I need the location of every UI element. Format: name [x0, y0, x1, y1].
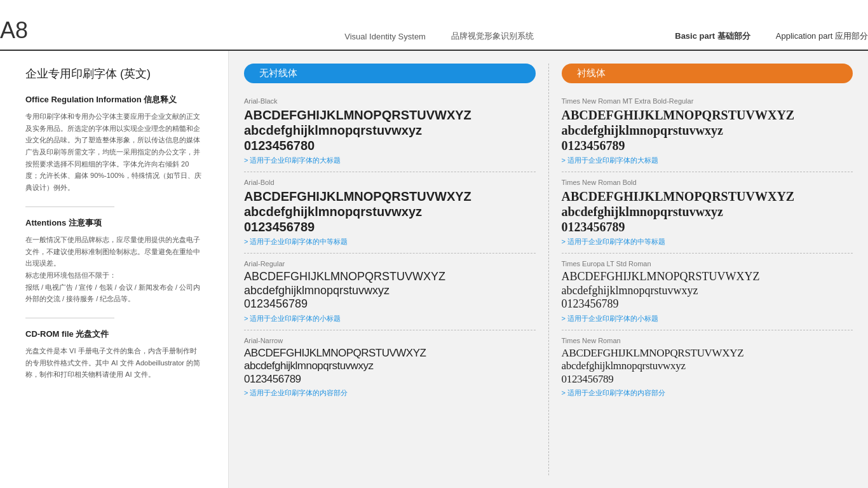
nav-app-en: Application part	[776, 31, 833, 41]
font-display-arial-bold-nums: 0123456789	[244, 219, 536, 234]
sidebar-section-office: Office Regulation Information 信息释义 专用印刷字…	[25, 94, 203, 194]
font-item-times-narrow: Times New Roman ABCDEFGHIJKLMNOPQRSTUVWX…	[562, 330, 853, 404]
office-section-title: Office Regulation Information 信息释义	[25, 94, 203, 105]
sidebar-section-cdrom: CD-ROM file 光盘文件 光盘文件是本 VI 手册电子文件的集合，内含手…	[25, 329, 203, 381]
font-display-arial-regular-nums: 0123456789	[244, 297, 536, 311]
font-item-arial-regular: Arial-Regular ABCDEFGHIJKLMNOPQRSTUVWXYZ…	[244, 253, 536, 330]
font-display-arial-regular-lower: abcdefghijklmnopqrstuvwxyz	[244, 284, 536, 298]
font-display-times-bold-nums: 0123456789	[562, 219, 853, 234]
font-columns: 无衬线体 Arial-Black ABCDEFGHIJKLMNOPQRSTUVW…	[244, 64, 853, 475]
font-name-arial-bold: Arial-Bold	[244, 179, 536, 186]
cdrom-section-text: 光盘文件是本 VI 手册电子文件的集合，内含手册制作时的专用软件格式文件。其中 …	[25, 345, 203, 381]
header: A8 Visual Identity System 品牌视觉形象识别系统 Bas…	[0, 0, 868, 51]
nav-application[interactable]: Application part 应用部分	[776, 30, 868, 42]
header-center: Visual Identity System 品牌视觉形象识别系统	[229, 30, 649, 51]
font-name-times-bold: Times New Roman Bold	[562, 179, 853, 186]
font-desc-arial-regular: 适用于企业印刷字体的小标题	[244, 314, 536, 323]
font-display-times-narrow-upper: ABCDEFGHIJKLMNOPQRSTUVWXYZ	[562, 347, 853, 360]
font-item-arial-narrow: Arial-Narrow ABCDEFGHIJKLMNOPQRSTUVWXYZ …	[244, 330, 536, 404]
font-name-times-narrow: Times New Roman	[562, 337, 853, 344]
content-area: 无衬线体 Arial-Black ABCDEFGHIJKLMNOPQRSTUVW…	[229, 51, 868, 488]
font-display-arial-black-nums: 0123456780	[244, 138, 536, 153]
nav-app-cn: 应用部分	[835, 31, 868, 41]
font-display-times-narrow-nums: 0123456789	[562, 373, 853, 386]
font-name-times-extrabold: Times New Roman MT Extra Bold-Regular	[562, 97, 853, 105]
font-display-arial-regular-upper: ABCDEFGHIJKLMNOPQRSTUVWXYZ	[244, 270, 536, 284]
font-desc-times-extrabold: 适用于企业印刷字体的大标题	[562, 156, 853, 165]
font-col-left: 无衬线体 Arial-Black ABCDEFGHIJKLMNOPQRSTUVW…	[244, 64, 549, 475]
sidebar-divider-2	[25, 318, 114, 318]
font-desc-arial-bold: 适用于企业印刷字体的中等标题	[244, 237, 536, 247]
font-desc-times-narrow: 适用于企业印刷字体的内容部分	[562, 388, 853, 398]
sidebar: 企业专用印刷字体 (英文) Office Regulation Informat…	[0, 51, 229, 488]
sidebar-section-attentions: Attentions 注意事项 在一般情况下使用品牌标志，应尽量使用提供的光盘电…	[25, 217, 203, 305]
pill-sans-serif: 无衬线体	[244, 64, 536, 83]
sidebar-title: 企业专用印刷字体 (英文)	[25, 66, 203, 81]
font-display-times-narrow-lower: abcdefghijklmnopqrstuvwxyz	[562, 360, 853, 372]
font-name-arial-regular: Arial-Regular	[244, 260, 536, 268]
font-display-arial-narrow-upper: ABCDEFGHIJKLMNOPQRSTUVWXYZ	[244, 347, 536, 360]
font-display-arial-narrow-nums: 0123456789	[244, 373, 536, 386]
pill-serif: 衬线体	[562, 64, 853, 83]
font-desc-arial-narrow: 适用于企业印刷字体的内容部分	[244, 388, 536, 398]
font-desc-times-roman: 适用于企业印刷字体的小标题	[562, 314, 853, 323]
font-desc-arial-black: 适用于企业印刷字体的大标题	[244, 156, 536, 165]
font-display-times-roman-lower: abcdefghijklmnopqrstuvwxyz	[562, 284, 853, 298]
header-nav: Basic part 基础部分 Application part 应用部分	[649, 30, 868, 51]
font-item-arial-black: Arial-Black ABCDEFGHIJKLMNOPQRSTUVWXYZ a…	[244, 91, 536, 172]
vis-label-english: Visual Identity System	[344, 32, 426, 41]
font-name-arial-black: Arial-Black	[244, 97, 536, 105]
vis-labels: Visual Identity System 品牌视觉形象识别系统	[344, 30, 534, 42]
attentions-section-title: Attentions 注意事项	[25, 217, 203, 229]
font-name-arial-narrow: Arial-Narrow	[244, 337, 536, 344]
font-display-times-roman-nums: 0123456789	[562, 297, 853, 311]
nav-basic-en: Basic part	[675, 31, 715, 41]
nav-basic-cn: 基础部分	[717, 31, 750, 41]
page-number: A8	[0, 19, 229, 42]
font-display-times-extrabold-lower: abcdefghijklmnopqrstuvwxyz	[562, 123, 853, 138]
font-display-times-roman-upper: ABCDEFGHIJKLMNOPQRSTUVWXYZ	[562, 270, 853, 284]
font-display-arial-black-lower: abcdefghijklmnopqrstuvwxyz	[244, 123, 536, 138]
header-left: A8	[0, 19, 229, 51]
vis-label-chinese: 品牌视觉形象识别系统	[451, 30, 534, 42]
font-display-arial-bold-upper: ABCDEFGHIJKLMNOPQRSTUVWXYZ	[244, 189, 536, 204]
font-item-arial-bold: Arial-Bold ABCDEFGHIJKLMNOPQRSTUVWXYZ ab…	[244, 172, 536, 253]
font-item-times-roman: Times Europa LT Std Roman ABCDEFGHIJKLMN…	[562, 253, 853, 330]
attentions-section-text: 在一般情况下使用品牌标志，应尽量使用提供的光盘电子文件，不建议使用标准制图绘制标…	[25, 234, 203, 305]
sidebar-divider-1	[25, 207, 114, 207]
font-display-arial-bold-lower: abcdefghijklmnopqrstuvwxyz	[244, 204, 536, 219]
font-display-times-extrabold-nums: 0123456789	[562, 138, 853, 153]
font-display-times-extrabold-upper: ABCDEFGHIJKLMNOPQRSTUVWXYZ	[562, 107, 853, 123]
main-layout: 企业专用印刷字体 (英文) Office Regulation Informat…	[0, 51, 868, 488]
font-name-times-roman: Times Europa LT Std Roman	[562, 260, 853, 268]
font-display-arial-narrow-lower: abcdefghijklmnopqrstuvwxyz	[244, 360, 536, 372]
cdrom-section-title: CD-ROM file 光盘文件	[25, 329, 203, 340]
font-display-times-bold-upper: ABCDEFGHIJKLMNOPQRSTUVWXYZ	[562, 189, 853, 204]
font-item-times-bold: Times New Roman Bold ABCDEFGHIJKLMNOPQRS…	[562, 172, 853, 253]
nav-basic[interactable]: Basic part 基础部分	[675, 30, 750, 42]
font-item-times-extrabold: Times New Roman MT Extra Bold-Regular AB…	[562, 91, 853, 172]
font-desc-times-bold: 适用于企业印刷字体的中等标题	[562, 237, 853, 247]
font-col-right: 衬线体 Times New Roman MT Extra Bold-Regula…	[549, 64, 853, 475]
office-section-text: 专用印刷字体和专用办公字体主要应用于企业文献的正文及实务用品。所选定的字体用以实…	[25, 111, 203, 194]
font-display-times-bold-lower: abcdefghijklmnopqrstuvwxyz	[562, 204, 853, 219]
font-display-arial-black-upper: ABCDEFGHIJKLMNOPQRSTUVWXYZ	[244, 107, 536, 123]
